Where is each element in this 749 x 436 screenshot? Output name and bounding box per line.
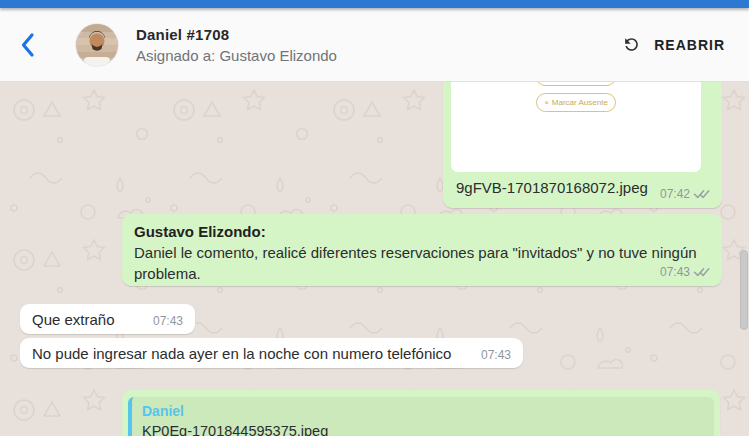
message-meta: 07:42 [660, 187, 712, 201]
chat-scroll-area[interactable]: × Marcar Ausente 9gFVB-1701870168072.jpe… [0, 82, 749, 436]
message-time: 07:43 [467, 348, 511, 362]
contact-info: Daniel #1708 Asignado a: Gustavo Elizond… [136, 26, 337, 64]
quoted-filename: KP0Eg-1701844595375.jpeg [142, 423, 704, 436]
quoted-sender-name: Daniel [142, 403, 704, 420]
double-check-icon [693, 266, 712, 278]
message-time: 07:43 [660, 265, 690, 279]
message-text-incoming[interactable]: No pude ingresar nada ayer en la noche c… [20, 338, 523, 368]
image-pill-label: Marcar Ausente [552, 98, 608, 107]
image-pill-partial [536, 82, 616, 86]
chevron-left-icon [19, 32, 35, 58]
close-icon: × [544, 98, 549, 107]
attached-image-thumbnail[interactable]: × Marcar Ausente [451, 82, 701, 172]
message-sender-name: Gustavo Elizondo: [134, 222, 710, 242]
top-accent-bar [0, 0, 749, 8]
reopen-button-label: REABRIR [654, 37, 725, 53]
image-pill-marcar-ausente: × Marcar Ausente [536, 93, 616, 112]
chat-window: Daniel #1708 Asignado a: Gustavo Elizond… [0, 0, 749, 436]
restore-icon [622, 35, 641, 54]
conversation-header: Daniel #1708 Asignado a: Gustavo Elizond… [0, 8, 749, 82]
reopen-button[interactable]: REABRIR [616, 27, 731, 62]
message-text-incoming[interactable]: Que extraño 07:43 [20, 304, 195, 334]
conversation-title: Daniel #1708 [136, 26, 337, 43]
message-meta: 07:43 [660, 265, 712, 279]
image-caption-row: 9gFVB-1701870168072.jpeg 07:42 [447, 172, 718, 203]
assigned-agent-label: Asignado a: Gustavo Elizondo [136, 47, 337, 64]
message-time: 07:42 [660, 187, 690, 201]
back-button[interactable] [12, 28, 42, 62]
contact-avatar [76, 24, 118, 66]
message-text: Que extraño [32, 311, 115, 328]
message-time: 07:43 [139, 314, 183, 328]
image-filename: 9gFVB-1701870168072.jpeg [456, 179, 648, 196]
quoted-message-block[interactable]: Daniel KP0Eg-1701844595375.jpeg [128, 397, 714, 436]
message-text: No pude ingresar nada ayer en la noche c… [32, 345, 451, 362]
message-text-outgoing[interactable]: Gustavo Elizondo: Daniel le comento, rea… [122, 214, 722, 286]
double-check-icon [693, 188, 712, 200]
message-text: Daniel le comento, realicé diferentes re… [134, 242, 710, 284]
scrollbar-thumb[interactable] [740, 250, 748, 330]
message-reply-outgoing[interactable]: Daniel KP0Eg-1701844595375.jpeg [122, 390, 720, 436]
message-image-outgoing[interactable]: × Marcar Ausente 9gFVB-1701870168072.jpe… [443, 82, 722, 208]
